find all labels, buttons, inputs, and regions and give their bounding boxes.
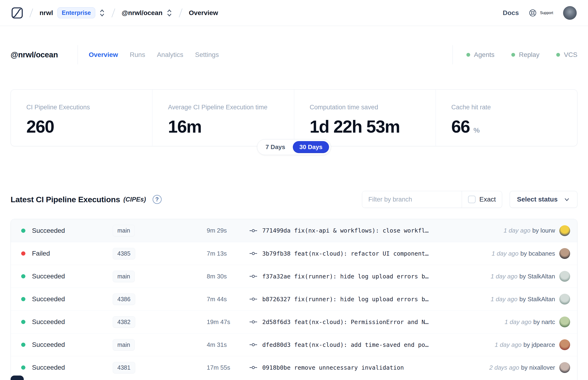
branch-chip: 4381 (113, 362, 135, 373)
table-row[interactable]: Succeededmain4m 31sdfed80d3 feat(nx-clou… (11, 333, 577, 356)
workspace-status-indicators: AgentsReplayVCS (466, 51, 577, 58)
status-cell: Succeeded (21, 318, 113, 326)
exact-checkbox[interactable] (468, 196, 475, 203)
org-selector[interactable]: nrwl Enterprise (39, 7, 105, 18)
stat-label: CI Pipeline Executions (26, 104, 148, 111)
workspace-tabs: OverviewRunsAnalyticsSettings (89, 51, 219, 58)
status-cell: Succeeded (21, 227, 113, 234)
workspace-selector[interactable]: @nrwl/ocean (122, 9, 172, 17)
status-label: Succeeded (32, 341, 65, 348)
toggle-30-days[interactable]: 30 Days (293, 141, 329, 153)
indicator-vcs[interactable]: VCS (556, 51, 577, 58)
divider (453, 45, 453, 64)
user-avatar[interactable] (563, 6, 577, 20)
status-cell: Succeeded (21, 364, 113, 371)
status-select-dropdown[interactable]: Select status (510, 191, 577, 208)
cipe-table: Succeededmain9m 29s771499da fix(nx-api &… (11, 219, 577, 380)
filters: Exact Select status (362, 191, 577, 208)
row-meta: 1 day agoby StalkAltan (491, 273, 559, 280)
branch-chip: 4385 (113, 248, 135, 259)
duration-label: 7m 44s (193, 296, 249, 303)
row-meta: 2 days agoby nixallover (489, 364, 559, 371)
author-avatar (559, 339, 570, 350)
top-bar: nrwl Enterprise @nrwl/ocean Overview Doc… (0, 0, 588, 26)
cipe-section-header: Latest CI Pipeline Executions (CIPEs) ? … (11, 190, 577, 209)
commit-cell: dfed80d3 feat(nx-cloud): add time-saved … (249, 342, 429, 348)
status-label: Succeeded (32, 364, 65, 371)
status-select-label: Select status (517, 196, 558, 203)
indicator-label: VCS (564, 51, 577, 58)
support-label: Support (540, 11, 553, 15)
duration-label: 17m 55s (193, 364, 249, 371)
branch-filter-input[interactable] (362, 191, 462, 208)
tab-runs[interactable]: Runs (130, 51, 145, 58)
toggle-7-days[interactable]: 7 Days (259, 141, 292, 153)
help-icon[interactable]: ? (153, 195, 162, 204)
git-commit-icon (249, 250, 258, 257)
breadcrumb: nrwl Enterprise @nrwl/ocean Overview (11, 7, 218, 19)
status-dot-icon (511, 53, 515, 57)
author-avatar (559, 317, 570, 327)
commit-text: 0918b0be remove unnecessary invalidation (262, 364, 404, 371)
commit-cell: 3b79fb38 feat(nx-cloud): refactor UI com… (249, 250, 429, 257)
table-row[interactable]: Succeededmain8m 30sf37a32ae fix(runner):… (11, 265, 577, 287)
row-meta: 1 day agoby StalkAltan (491, 296, 559, 303)
table-row[interactable]: Succeededmain9m 29s771499da fix(nx-api &… (11, 219, 577, 242)
breadcrumb-separator (179, 8, 183, 17)
status-dot-icon (21, 228, 25, 233)
row-meta: 1 day agoby bcabanes (492, 250, 559, 257)
commit-cell: 0918b0be remove unnecessary invalidation (249, 364, 404, 371)
enterprise-badge: Enterprise (57, 7, 95, 18)
git-commit-icon (249, 342, 258, 348)
commit-text: b8726327 fix(runner): hide log upload er… (262, 296, 429, 303)
branch-chip: main (113, 271, 135, 282)
commit-time: 1 day ago (491, 296, 517, 303)
breadcrumb-current-page: Overview (189, 9, 218, 17)
commit-time: 1 day ago (504, 227, 530, 234)
branch-cell: 4382 (113, 316, 193, 328)
commit-author: by lourw (532, 227, 555, 234)
chat-launcher-button[interactable] (11, 376, 24, 380)
stats-cards: CI Pipeline Executions260Average CI Pipe… (11, 89, 577, 146)
commit-time: 2 days ago (489, 364, 519, 371)
branch-chip: 4386 (113, 293, 135, 305)
duration-label: 19m 47s (193, 318, 249, 326)
branch-cell: main (113, 225, 193, 236)
status-label: Succeeded (32, 295, 65, 303)
status-dot-icon (21, 297, 25, 301)
workspace-switcher-chevrons-icon[interactable] (166, 9, 172, 17)
author-avatar (559, 294, 570, 304)
commit-text: 3b79fb38 feat(nx-cloud): refactor UI com… (262, 250, 429, 257)
nx-cloud-logo-icon[interactable] (11, 7, 23, 19)
commit-time: 1 day ago (505, 318, 531, 325)
branch-chip: main (113, 339, 135, 351)
tab-analytics[interactable]: Analytics (157, 51, 183, 58)
support-link[interactable]: Support (529, 9, 553, 17)
duration-label: 8m 30s (193, 273, 249, 280)
date-range-toggle: 7 Days30 Days (257, 139, 331, 155)
git-commit-icon (249, 273, 258, 279)
status-dot-icon (21, 365, 25, 370)
commit-cell: 771499da fix(nx-api & workflows): close … (249, 227, 429, 234)
stat-value: 16m (168, 117, 201, 137)
table-row[interactable]: Succeeded438219m 47s2d58f6d3 feat(nx-clo… (11, 310, 577, 333)
docs-link[interactable]: Docs (503, 9, 519, 17)
table-row[interactable]: Failed43857m 13s3b79fb38 feat(nx-cloud):… (11, 242, 577, 265)
tab-overview[interactable]: Overview (89, 51, 118, 58)
commit-author: by bcabanes (520, 250, 555, 257)
org-switcher-chevrons-icon[interactable] (99, 9, 105, 17)
section-title: Latest CI Pipeline Executions (11, 195, 120, 204)
author-avatar (559, 225, 570, 236)
branch-chip: main (113, 225, 135, 236)
tab-settings[interactable]: Settings (195, 51, 219, 58)
commit-text: f37a32ae fix(runner): hide log upload er… (262, 273, 429, 280)
indicator-agents[interactable]: Agents (466, 51, 494, 58)
indicator-replay[interactable]: Replay (511, 51, 539, 58)
duration-label: 7m 13s (193, 250, 249, 257)
row-meta: 1 day agoby jdpearce (495, 341, 559, 348)
status-cell: Succeeded (21, 295, 113, 303)
commit-time: 1 day ago (492, 250, 518, 257)
table-row[interactable]: Succeeded438117m 55s0918b0be remove unne… (11, 356, 577, 379)
table-row[interactable]: Succeeded43867m 44sb8726327 fix(runner):… (11, 287, 577, 310)
git-commit-icon (249, 319, 258, 325)
